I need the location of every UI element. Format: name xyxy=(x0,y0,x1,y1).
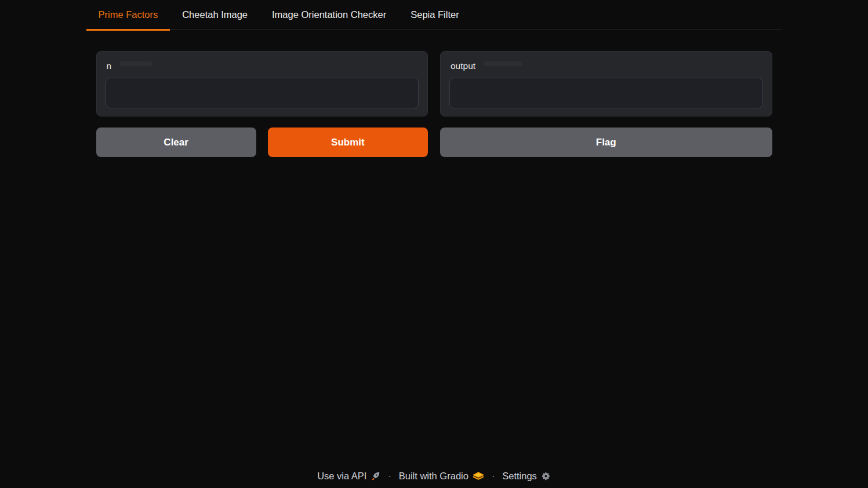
clear-button[interactable]: Clear xyxy=(96,128,256,157)
action-row: Clear Submit Flag xyxy=(86,128,782,157)
output-label-row: output xyxy=(451,61,763,71)
rocket-icon xyxy=(371,471,380,481)
io-row: n output xyxy=(86,51,782,116)
settings-link[interactable]: Settings xyxy=(502,471,551,482)
app-container: Prime Factors Cheetah Image Image Orient… xyxy=(86,0,782,157)
input-actions: Clear Submit xyxy=(96,128,428,157)
output-textbox[interactable] xyxy=(449,78,763,108)
footer: Use via API · Built with Gradio · Settin… xyxy=(0,471,868,482)
output-panel: output xyxy=(440,51,772,116)
label-ghost xyxy=(484,61,522,66)
gear-icon xyxy=(541,471,551,481)
label-ghost xyxy=(119,61,152,66)
tab-prime-factors[interactable]: Prime Factors xyxy=(86,1,170,31)
footer-separator: · xyxy=(492,471,495,482)
input-label: n xyxy=(107,61,112,71)
output-column: output xyxy=(440,51,772,116)
use-via-api-label: Use via API xyxy=(317,471,366,482)
built-with-gradio-link[interactable]: Built with Gradio xyxy=(399,471,484,482)
flag-button[interactable]: Flag xyxy=(440,128,772,157)
tab-image-orientation-checker[interactable]: Image Orientation Checker xyxy=(260,1,398,31)
use-via-api-link[interactable]: Use via API xyxy=(317,471,380,482)
input-column: n xyxy=(96,51,428,116)
n-input[interactable] xyxy=(106,78,419,108)
footer-separator: · xyxy=(388,471,391,482)
output-actions: Flag xyxy=(440,128,772,157)
gradio-logo-icon xyxy=(473,471,484,481)
input-panel: n xyxy=(96,51,428,116)
submit-button[interactable]: Submit xyxy=(268,128,428,157)
settings-label: Settings xyxy=(502,471,537,482)
output-label: output xyxy=(451,61,475,71)
built-with-gradio-label: Built with Gradio xyxy=(399,471,468,482)
tab-sepia-filter[interactable]: Sepia Filter xyxy=(398,1,471,31)
input-label-row: n xyxy=(107,61,419,71)
tab-cheetah-image[interactable]: Cheetah Image xyxy=(170,1,260,31)
tab-bar: Prime Factors Cheetah Image Image Orient… xyxy=(86,1,782,30)
